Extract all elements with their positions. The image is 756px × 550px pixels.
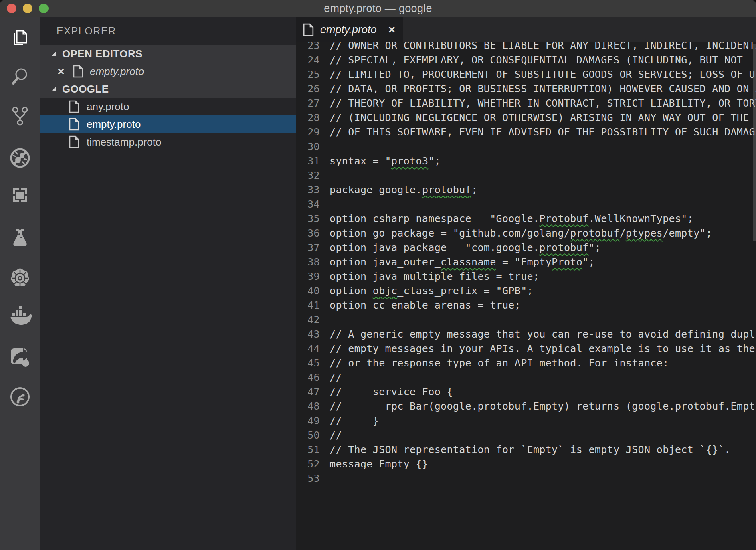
explorer-icon[interactable] (0, 26, 40, 50)
vscode-window: empty.proto — google (0, 0, 756, 550)
code-line[interactable]: 24// SPECIAL, EXEMPLARY, OR CONSEQUENTIA… (296, 53, 756, 67)
line-content: // OF THIS SOFTWARE, EVEN IF ADVISED OF … (320, 125, 756, 140)
line-number: 43 (296, 327, 320, 342)
code-line[interactable]: 46// (296, 370, 756, 385)
line-number: 36 (296, 226, 320, 241)
line-content (320, 140, 329, 154)
code-line[interactable]: 23// OWNER OR CONTRIBUTORS BE LIABLE FOR… (296, 42, 756, 53)
source-control-icon[interactable] (0, 104, 40, 128)
code-lines: 23// OWNER OR CONTRIBUTORS BE LIABLE FOR… (296, 42, 756, 486)
minimize-window-button[interactable] (23, 4, 32, 13)
docker-icon[interactable] (0, 305, 40, 329)
line-number: 27 (296, 96, 320, 111)
line-number: 39 (296, 269, 320, 284)
line-number: 46 (296, 370, 320, 385)
code-line[interactable]: 43// A generic empty message that you ca… (296, 327, 756, 342)
code-line[interactable]: 50// (296, 428, 756, 443)
file-icon (69, 135, 79, 148)
tab-close-icon[interactable]: × (388, 24, 395, 36)
open-editor-item-empty-proto[interactable]: × empty.proto (40, 63, 296, 80)
code-line[interactable]: 35option csharp_namespace = "Google.Prot… (296, 212, 756, 226)
code-line[interactable]: 52message Empty {} (296, 457, 756, 471)
line-content (320, 197, 329, 212)
code-line[interactable]: 25// LIMITED TO, PROCUREMENT OF SUBSTITU… (296, 67, 756, 82)
code-line[interactable]: 40option objc_class_prefix = "GPB"; (296, 284, 756, 298)
code-line[interactable]: 36option go_package = "github.com/golang… (296, 226, 756, 241)
code-line[interactable]: 32 (296, 168, 756, 183)
traffic-lights (7, 0, 49, 17)
line-content: // LIMITED TO, PROCUREMENT OF SUBSTITUTE… (320, 67, 756, 82)
line-content: // rpc Bar(google.protobuf.Empty) return… (320, 399, 756, 414)
extensions-icon[interactable] (0, 183, 40, 207)
zoom-window-button[interactable] (39, 4, 49, 13)
file-item-empty-proto-selected[interactable]: empty.proto (40, 115, 296, 133)
line-content: // OWNER OR CONTRIBUTORS BE LIABLE FOR A… (320, 42, 756, 53)
line-content: // SPECIAL, EXEMPLARY, OR CONSEQUENTIAL … (320, 53, 743, 67)
code-line[interactable]: 27// THEORY OF LIABILITY, WHETHER IN CON… (296, 96, 756, 111)
line-number: 51 (296, 443, 320, 457)
editor-scrollbar[interactable] (753, 44, 756, 241)
line-number: 42 (296, 313, 320, 327)
code-line[interactable]: 37option java_package = "com.google.prot… (296, 241, 756, 255)
line-content: option java_package = "com.google.protob… (320, 241, 601, 255)
code-line[interactable]: 34 (296, 197, 756, 212)
tab-empty-proto[interactable]: empty.proto × (296, 17, 403, 42)
code-line[interactable]: 30 (296, 140, 756, 154)
code-line[interactable]: 47// service Foo { (296, 385, 756, 399)
debug-disabled-icon[interactable] (0, 146, 40, 170)
code-line[interactable]: 53 (296, 471, 756, 486)
file-icon (69, 100, 79, 113)
section-label: GOOGLE (62, 83, 109, 95)
sidebar-title: EXPLORER (40, 17, 296, 45)
code-line[interactable]: 42 (296, 313, 756, 327)
line-number: 23 (296, 42, 320, 53)
line-number: 31 (296, 154, 320, 168)
line-number: 50 (296, 428, 320, 443)
line-content (320, 471, 329, 486)
file-item-any-proto[interactable]: any.proto (40, 98, 296, 115)
code-editor[interactable]: 23// OWNER OR CONTRIBUTORS BE LIABLE FOR… (296, 42, 756, 550)
code-line[interactable]: 31syntax = "proto3"; (296, 154, 756, 168)
code-line[interactable]: 45// or the response type of an API meth… (296, 356, 756, 370)
code-line[interactable]: 28// (INCLUDING NEGLIGENCE OR OTHERWISE)… (296, 111, 756, 125)
code-line[interactable]: 51// The JSON representation for `Empty`… (296, 443, 756, 457)
activity-bar (0, 17, 40, 550)
line-content: // empty messages in your APIs. A typica… (320, 342, 756, 356)
section-label: OPEN EDITORS (62, 48, 143, 60)
titlebar[interactable]: empty.proto — google (0, 0, 756, 17)
code-line[interactable]: 44// empty messages in your APIs. A typi… (296, 342, 756, 356)
line-number: 52 (296, 457, 320, 471)
test-flask-icon[interactable] (0, 226, 40, 250)
line-number: 30 (296, 140, 320, 154)
code-line[interactable]: 33package google.protobuf; (296, 183, 756, 197)
code-line[interactable]: 39option java_multiple_files = true; (296, 269, 756, 284)
file-icon (69, 118, 79, 131)
open-editors-section-header[interactable]: OPEN EDITORS (40, 45, 296, 63)
line-content: option csharp_namespace = "Google.Protob… (320, 212, 693, 226)
twistie-expanded-icon (51, 86, 57, 92)
git-graph-icon[interactable] (0, 385, 40, 409)
code-line[interactable]: 49// } (296, 414, 756, 428)
line-content: // (INCLUDING NEGLIGENCE OR OTHERWISE) A… (320, 111, 756, 125)
search-icon[interactable] (0, 64, 40, 88)
line-content: option java_outer_classname = "EmptyProt… (320, 255, 595, 269)
line-content: // or the response type of an API method… (320, 356, 669, 370)
file-icon (73, 65, 83, 78)
file-item-timestamp-proto[interactable]: timestamp.proto (40, 133, 296, 151)
code-line[interactable]: 26// DATA, OR PROFITS; OR BUSINESS INTER… (296, 82, 756, 96)
code-line[interactable]: 38option java_outer_classname = "EmptyPr… (296, 255, 756, 269)
code-line[interactable]: 48// rpc Bar(google.protobuf.Empty) retu… (296, 399, 756, 414)
folder-section-header-google[interactable]: GOOGLE (40, 80, 296, 98)
close-editor-icon[interactable]: × (55, 65, 67, 77)
twistie-expanded-icon (51, 51, 57, 57)
live-share-icon[interactable] (0, 345, 40, 369)
close-window-button[interactable] (7, 4, 16, 13)
line-number: 45 (296, 356, 320, 370)
line-content: option objc_class_prefix = "GPB"; (320, 284, 533, 298)
file-icon (303, 23, 314, 36)
code-line[interactable]: 29// OF THIS SOFTWARE, EVEN IF ADVISED O… (296, 125, 756, 140)
kubernetes-icon[interactable] (0, 266, 40, 290)
line-content: // A generic empty message that you can … (320, 327, 756, 342)
code-line[interactable]: 41option cc_enable_arenas = true; (296, 298, 756, 313)
line-number: 33 (296, 183, 320, 197)
